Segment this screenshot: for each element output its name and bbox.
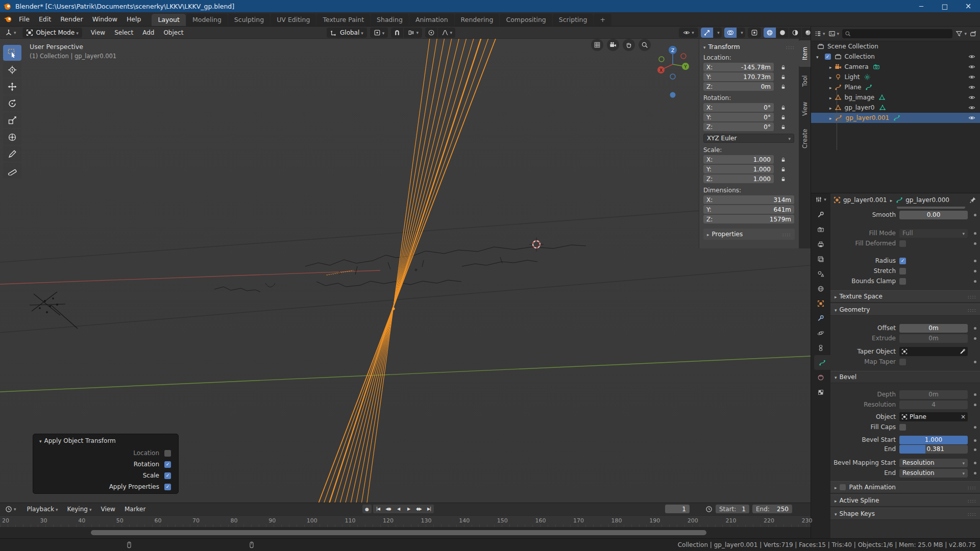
tab-constraints[interactable] bbox=[811, 340, 830, 355]
pan-view-button[interactable] bbox=[623, 39, 635, 51]
viewport-menu-item[interactable]: Add bbox=[138, 29, 159, 36]
tab-view-layer[interactable] bbox=[811, 252, 830, 266]
proportional-edit-toggle[interactable] bbox=[425, 28, 437, 38]
outliner-row-gp-layer0-001[interactable]: gp_layer0.001 bbox=[811, 113, 980, 123]
display-mode-dropdown[interactable] bbox=[814, 30, 825, 37]
viewport-menu-item[interactable]: Select bbox=[110, 29, 138, 36]
eye-icon[interactable] bbox=[968, 84, 975, 91]
workspace-tab[interactable]: Texture Paint bbox=[316, 14, 370, 26]
fill-caps-checkbox[interactable] bbox=[899, 424, 906, 431]
menu-item[interactable]: Render bbox=[56, 12, 88, 26]
tool-rotate[interactable] bbox=[3, 95, 21, 111]
filter-search-dropdown[interactable] bbox=[828, 30, 840, 37]
bevel-end-slider[interactable]: 0.381 bbox=[899, 445, 968, 454]
lock-icon[interactable] bbox=[780, 123, 786, 131]
marker-menu[interactable]: Marker bbox=[120, 506, 150, 513]
record-button[interactable] bbox=[362, 505, 372, 513]
transform-panel-header[interactable]: Transform bbox=[703, 43, 795, 51]
tool-move[interactable] bbox=[3, 79, 21, 94]
editor-type-button[interactable] bbox=[2, 29, 19, 36]
viewport-menu-item[interactable]: View bbox=[86, 29, 110, 36]
path-animation-panel-header[interactable]: Path Animation bbox=[830, 481, 980, 493]
mode-dropdown[interactable]: Object Mode bbox=[22, 28, 82, 38]
sidebar-tab-view[interactable]: View bbox=[799, 95, 811, 122]
current-frame-field[interactable]: 1 bbox=[665, 505, 690, 513]
menu-item[interactable]: File bbox=[14, 12, 34, 26]
menu-item[interactable]: Help bbox=[122, 12, 146, 26]
filter-icon[interactable] bbox=[955, 30, 967, 37]
tool-measure[interactable] bbox=[3, 163, 21, 179]
operator-panel-header[interactable]: Apply Object Transform bbox=[39, 437, 172, 444]
visibility-dropdown[interactable] bbox=[679, 28, 698, 38]
tab-output[interactable] bbox=[811, 237, 830, 252]
workspace-tab[interactable]: Shading bbox=[371, 14, 409, 26]
menu-item[interactable]: Window bbox=[88, 12, 122, 26]
path-animation-checkbox[interactable] bbox=[840, 484, 846, 490]
location-z-field[interactable]: Z:0m bbox=[703, 82, 774, 91]
close-button[interactable]: × bbox=[957, 0, 980, 12]
frame-start-field[interactable]: Start:1 bbox=[716, 505, 749, 513]
workspace-tab[interactable]: Scripting bbox=[553, 14, 594, 26]
outliner-row-scene-collection[interactable]: Scene Collection bbox=[811, 41, 980, 52]
keying-menu[interactable]: Keying bbox=[63, 506, 96, 513]
bevel-depth-slider[interactable]: 0m bbox=[899, 390, 968, 399]
lock-icon[interactable] bbox=[780, 114, 786, 121]
playback-button[interactable]: ▶| bbox=[424, 505, 434, 513]
tab-texture[interactable] bbox=[811, 385, 830, 399]
dimensions-x-field[interactable]: X:314m bbox=[703, 195, 794, 204]
rotation-mode-dropdown[interactable]: XYZ Euler bbox=[703, 134, 794, 143]
tab-modifiers[interactable] bbox=[811, 311, 830, 325]
outliner-row-bg-image[interactable]: bg_image bbox=[811, 92, 980, 103]
breadcrumb-data[interactable]: gp_layer0.000 bbox=[896, 196, 949, 204]
workspace-tab[interactable]: Animation bbox=[409, 14, 454, 26]
rotation-x-field[interactable]: X:0° bbox=[703, 103, 774, 112]
location-checkbox[interactable] bbox=[164, 450, 171, 457]
eyedropper-icon[interactable] bbox=[960, 348, 966, 355]
bounds-clamp-checkbox[interactable] bbox=[899, 278, 906, 285]
minimize-button[interactable]: ─ bbox=[910, 0, 933, 12]
shading-material-button[interactable] bbox=[789, 28, 801, 38]
workspace-tab[interactable]: Rendering bbox=[455, 14, 500, 26]
app-menu-icon[interactable] bbox=[4, 16, 14, 23]
scale-z-field[interactable]: Z:1.000 bbox=[703, 174, 774, 183]
playback-button[interactable]: ◀◆ bbox=[383, 505, 393, 513]
lock-icon[interactable] bbox=[780, 83, 786, 90]
tab-scene[interactable] bbox=[811, 266, 830, 281]
scale-y-field[interactable]: Y:1.000 bbox=[703, 165, 774, 173]
navigation-gizmo[interactable]: Z Y X bbox=[655, 44, 691, 103]
tab-object[interactable] bbox=[811, 296, 830, 311]
lock-icon[interactable] bbox=[780, 176, 786, 183]
orientation-dropdown[interactable]: Global bbox=[327, 28, 367, 38]
ortho-grid-button[interactable] bbox=[591, 39, 603, 51]
pivot-dropdown[interactable] bbox=[370, 28, 388, 38]
map-taper-checkbox[interactable] bbox=[899, 359, 906, 365]
eye-icon[interactable] bbox=[968, 53, 975, 60]
scale-x-field[interactable]: X:1.000 bbox=[703, 155, 774, 164]
rotation-checkbox[interactable] bbox=[164, 461, 171, 468]
fill-deformed-checkbox[interactable] bbox=[899, 240, 906, 247]
outliner-row-gp-layer0[interactable]: gp_layer0 bbox=[811, 103, 980, 113]
fill-mode-dropdown[interactable]: Full bbox=[899, 229, 968, 238]
playback-menu[interactable]: Playback bbox=[22, 506, 63, 513]
bevel-object-field[interactable]: Plane × bbox=[899, 412, 968, 421]
playback-button[interactable]: ▶ bbox=[404, 505, 413, 513]
gizmo-toggle[interactable] bbox=[701, 28, 713, 38]
location-y-field[interactable]: Y:170.73m bbox=[703, 72, 774, 81]
eye-icon[interactable] bbox=[968, 104, 975, 111]
apply-properties-checkbox[interactable] bbox=[164, 484, 171, 490]
snap-toggle[interactable] bbox=[391, 28, 403, 38]
tool-select-box[interactable] bbox=[3, 45, 21, 61]
bevel-resolution-slider[interactable]: 4 bbox=[899, 400, 968, 409]
shading-solid-button[interactable] bbox=[776, 28, 789, 38]
smooth-slider[interactable]: 0.00 bbox=[899, 211, 968, 219]
zoom-view-button[interactable] bbox=[639, 39, 651, 51]
lock-icon[interactable] bbox=[780, 73, 786, 81]
overlays-dropdown[interactable] bbox=[737, 28, 745, 38]
workspace-tab[interactable]: UV Editing bbox=[271, 14, 316, 26]
tab-render[interactable] bbox=[811, 222, 830, 237]
clear-object-icon[interactable]: × bbox=[961, 413, 966, 420]
viewport-menu-item[interactable]: Object bbox=[159, 29, 188, 36]
sidebar-tab-create[interactable]: Create bbox=[799, 123, 811, 155]
breadcrumb-object[interactable]: gp_layer0.001 bbox=[834, 196, 887, 204]
camera-view-button[interactable] bbox=[607, 39, 619, 51]
